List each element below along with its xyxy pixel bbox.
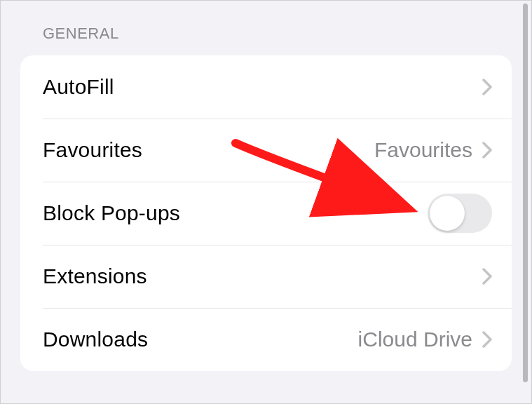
row-label-favourites: Favourites xyxy=(43,138,374,162)
row-autofill[interactable]: AutoFill xyxy=(20,55,512,119)
chevron-right-icon xyxy=(482,331,492,348)
toggle-block-popups[interactable] xyxy=(428,194,492,233)
chevron-right-icon xyxy=(482,79,492,95)
row-label-downloads: Downloads xyxy=(43,328,358,351)
chevron-right-icon xyxy=(482,142,492,159)
row-label-autofill: AutoFill xyxy=(43,75,482,99)
settings-general-group: GENERAL AutoFill Favourites Favourites B… xyxy=(1,1,531,371)
row-label-block-popups: Block Pop-ups xyxy=(43,201,428,225)
row-favourites[interactable]: Favourites Favourites xyxy=(20,119,512,182)
section-header-general: GENERAL xyxy=(43,25,512,43)
row-block-popups: Block Pop-ups xyxy=(20,182,512,245)
scrollbar[interactable] xyxy=(523,4,528,382)
row-downloads[interactable]: Downloads iCloud Drive xyxy=(20,308,512,371)
settings-list: AutoFill Favourites Favourites Block Pop… xyxy=(20,55,512,371)
chevron-right-icon xyxy=(482,268,492,285)
row-detail-downloads: iCloud Drive xyxy=(358,328,472,351)
toggle-knob xyxy=(430,196,465,231)
row-detail-favourites: Favourites xyxy=(374,138,472,162)
row-extensions[interactable]: Extensions xyxy=(20,245,512,308)
row-label-extensions: Extensions xyxy=(43,264,482,288)
